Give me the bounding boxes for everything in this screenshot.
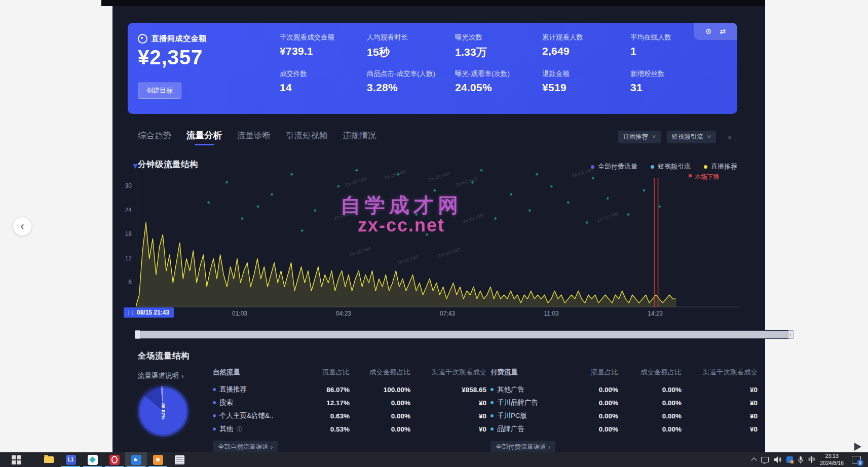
- metric: 成交件数14: [280, 66, 367, 103]
- all-paid-channels-link[interactable]: 全部付费流量渠道 ›: [490, 441, 555, 453]
- metric: 曝光-观看率(次数)24.05%: [455, 66, 542, 103]
- notepad-button[interactable]: [169, 452, 191, 467]
- filter-chip-live-recommend[interactable]: 直播推荐 ✕: [618, 131, 661, 143]
- notepad-icon: [175, 455, 184, 464]
- chevron-right-icon: ›: [181, 372, 184, 380]
- speaker-icon[interactable]: [774, 456, 781, 463]
- chevron-right-icon: ›: [271, 444, 273, 451]
- y-tick: 18: [119, 230, 132, 238]
- window-top-bar: [101, 0, 765, 6]
- chevron-down-icon[interactable]: ∨: [722, 134, 737, 141]
- info-icon[interactable]: ⓘ: [237, 425, 242, 433]
- gmv-value: ¥2,357: [138, 46, 203, 69]
- natural-traffic-table: 自然流量 流量占比 成交金额占比 渠道千次观看成交 直播推荐 86.07% 10…: [213, 366, 486, 453]
- close-icon[interactable]: ✕: [652, 134, 656, 140]
- x-tick: 07:43: [432, 310, 463, 317]
- microphone-icon[interactable]: [798, 456, 803, 463]
- x-tick: 11:03: [536, 310, 567, 317]
- tab-bar: 综合趋势 流量分析 流量诊断 引流短视频 违规情况: [138, 129, 376, 145]
- windows-logo-icon: [12, 455, 21, 464]
- opera-icon: [109, 455, 120, 465]
- traffic-donut-chart[interactable]: 86.07%: [138, 386, 188, 437]
- tab-traffic-diagnosis[interactable]: 流量诊断: [237, 130, 271, 145]
- cursor-app-icon: [131, 455, 141, 465]
- y-tick: 6: [119, 279, 132, 286]
- clock[interactable]: 23:13 2024/8/16: [820, 453, 844, 466]
- notification-center-icon[interactable]: 3: [852, 456, 861, 463]
- chevron-right-icon: ›: [548, 444, 550, 451]
- dashboard-app: 直播间成交金额 ¥2,357 创建目标 千次观看成交金额¥739.1 人均观看时…: [112, 6, 765, 452]
- metric: 人均观看时长15秒: [367, 30, 455, 66]
- filter-chip-short-video[interactable]: 短视频引流 ✕: [667, 131, 716, 143]
- table-row[interactable]: 直播推荐 86.07% 100.00% ¥858.65: [213, 383, 486, 396]
- range-handle-left[interactable]: [135, 330, 140, 339]
- row-dot: [490, 414, 494, 417]
- table-row[interactable]: 品牌广告 0.00% 0.00% ¥0: [490, 422, 758, 436]
- teal-app-button[interactable]: [82, 452, 103, 467]
- chevron-left-icon: ‹: [20, 220, 24, 233]
- full-section-title: 全场流量结构: [138, 351, 190, 362]
- all-natural-channels-link[interactable]: 全部自然流量渠道 ›: [213, 441, 278, 453]
- card-tools: ⚙ ⇄: [694, 23, 737, 40]
- start-button[interactable]: [5, 452, 27, 467]
- summary-card: 直播间成交金额 ¥2,357 创建目标 千次观看成交金额¥739.1 人均观看时…: [128, 23, 737, 114]
- chart-range-scrollbar[interactable]: [135, 330, 794, 339]
- system-tray: 中 23:13 2024/8/16 3: [752, 452, 868, 467]
- watermark-sub: zx-cc.net: [325, 215, 477, 236]
- row-dot: [213, 388, 216, 391]
- create-goal-button[interactable]: 创建目标: [138, 83, 181, 99]
- x-tick: 01:03: [224, 310, 255, 317]
- live-companion-button[interactable]: [125, 452, 147, 467]
- network-icon[interactable]: [761, 457, 769, 462]
- stream-start-time-badge[interactable]: ⋮⋮ 08/15 21:43: [124, 307, 174, 318]
- table-row[interactable]: 千川品牌广告 0.00% 0.00% ¥0: [490, 396, 758, 409]
- table-header: 自然流量 流量占比 成交金额占比 渠道千次观看成交: [213, 366, 486, 379]
- screen: 直播间成交金额 ¥2,357 创建目标 千次观看成交金额¥739.1 人均观看时…: [0, 0, 868, 467]
- teal-app-icon: [88, 455, 98, 465]
- opera-button[interactable]: [103, 452, 125, 467]
- table-row[interactable]: 千川PC版 0.00% 0.00% ¥0: [490, 409, 758, 422]
- orange-app-button[interactable]: [147, 452, 169, 467]
- x-tick: 14:23: [640, 310, 670, 317]
- table-row[interactable]: 个人主页&店铺&.. 0.63% 0.00% ¥0: [213, 409, 486, 422]
- gear-icon[interactable]: ⚙: [705, 27, 712, 35]
- taskbar: L1 中 23:13 2024/8/16 3: [0, 452, 868, 467]
- metric: 商品点击-成交率(人数)3.28%: [367, 66, 455, 103]
- app-l1-button[interactable]: L1: [60, 452, 82, 467]
- swap-icon[interactable]: ⇄: [720, 27, 726, 35]
- next-arrow-icon[interactable]: [854, 443, 861, 451]
- table-row[interactable]: 搜索 12.17% 0.00% ¥0: [213, 396, 486, 409]
- tray-expand-icon[interactable]: [751, 457, 757, 463]
- back-button[interactable]: ‹: [13, 217, 31, 236]
- y-tick: 24: [119, 207, 132, 214]
- range-handle-right[interactable]: [788, 330, 794, 339]
- channel-explain-link[interactable]: 流量渠道说明 ›: [138, 371, 184, 380]
- table-row[interactable]: 其他广告 0.00% 0.00% ¥0: [490, 383, 758, 396]
- range-selection[interactable]: [136, 331, 792, 338]
- minute-traffic-chart[interactable]: [136, 166, 740, 308]
- hero-title: 直播间成交金额: [152, 34, 207, 44]
- x-tick: 04:23: [328, 310, 359, 317]
- row-dot: [213, 414, 216, 417]
- tray-app-icon[interactable]: [786, 456, 793, 463]
- row-dot: [213, 401, 216, 404]
- metric: 累计观看人数2,649: [542, 30, 630, 66]
- tab-traffic-analysis[interactable]: 流量分析: [186, 129, 222, 145]
- ime-indicator[interactable]: 中: [808, 455, 815, 464]
- folder-icon: [44, 456, 54, 463]
- tab-short-video[interactable]: 引流短视频: [286, 130, 328, 145]
- notification-badge: 3: [857, 459, 863, 466]
- hero-title-row: 直播间成交金额: [138, 34, 207, 44]
- row-dot: [490, 388, 494, 391]
- grip-icon: ⋮⋮: [126, 310, 134, 315]
- row-dot: [490, 427, 494, 431]
- table-row[interactable]: 其他ⓘ 0.53% 0.00% ¥0: [213, 422, 486, 436]
- close-icon[interactable]: ✕: [707, 134, 711, 140]
- file-explorer-button[interactable]: [38, 452, 60, 467]
- target-icon: [138, 34, 147, 44]
- donut-label: 86.07%: [161, 403, 166, 419]
- metric: 退款金额¥519: [542, 66, 630, 103]
- tab-violations[interactable]: 违规情况: [343, 130, 376, 145]
- row-dot: [213, 427, 216, 431]
- tab-overall-trend[interactable]: 综合趋势: [138, 130, 171, 145]
